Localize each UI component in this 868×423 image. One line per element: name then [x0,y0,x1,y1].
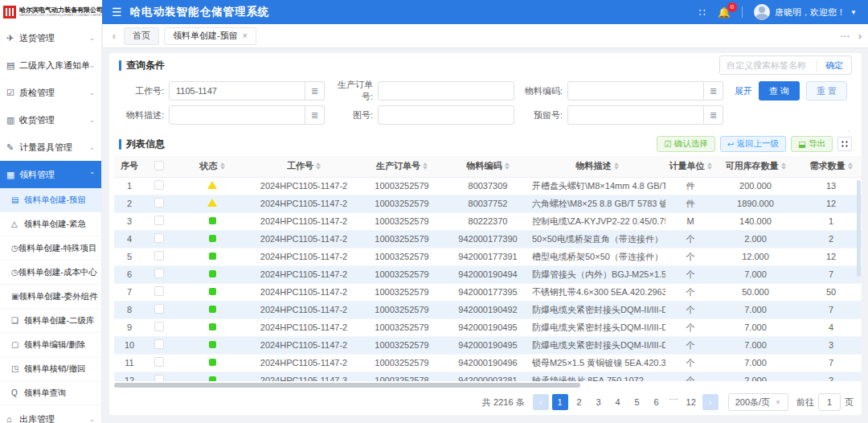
horizontal-scrollbar[interactable] [114,383,580,388]
row-checkbox[interactable] [154,375,164,381]
sort-icon[interactable] [614,162,619,170]
table-row[interactable]: 62024HPC1105-1147-2100032525799420001904… [114,265,862,283]
sort-icon[interactable] [220,162,225,170]
column-header[interactable]: 可用库存数量 [715,156,796,177]
search-button[interactable]: 查 询 [759,81,800,101]
sidebar-item[interactable]: ▦领料管理⌃ [0,161,101,188]
page-number[interactable]: 6 [649,394,665,410]
row-checkbox[interactable] [154,251,164,261]
sidebar-subitem[interactable]: ◳领料单核销/撤回 [0,357,101,381]
row-checkbox[interactable] [154,198,164,207]
table-row[interactable]: 72024HPC1105-1147-2100032525799420001773… [114,283,862,301]
vertical-scrollbar[interactable] [857,180,861,277]
table-row[interactable]: 92024HPC1105-1147-2100032525799420001904… [114,318,862,336]
page-size-select[interactable]: 200条/页 ▼ [728,393,788,411]
row-checkbox[interactable] [154,339,164,349]
table-row[interactable]: 112024HPC1105-1147-210003252579942000190… [114,354,862,372]
column-settings-button[interactable] [837,137,852,151]
back-level-button[interactable]: ↩返回上一级 [720,136,786,152]
page-number[interactable]: 1 [552,394,568,410]
column-header[interactable] [145,156,174,177]
sort-icon[interactable] [505,162,510,170]
row-checkbox[interactable] [154,180,164,190]
expand-link[interactable]: 展开 [735,85,752,97]
close-icon[interactable]: × [243,31,248,40]
sort-icon[interactable] [423,162,428,170]
prev-page-button[interactable]: ‹ [533,394,549,410]
row-checkbox[interactable] [154,357,164,367]
sidebar-item[interactable]: ✎计量器具管理⌄ [0,133,101,161]
table-row[interactable]: 52024HPC1105-1147-2100032525799420001773… [114,248,862,265]
tab-scroll-right-icon[interactable]: › [858,31,862,42]
sidebar-subitem[interactable]: ▤领料单创建-预留 [0,188,101,212]
column-header[interactable]: 计量单位 [665,156,715,177]
tab-more-icon[interactable]: ⋯ [840,31,850,42]
field-input[interactable] [378,105,514,125]
field-input[interactable] [567,81,704,101]
goto-page-input[interactable] [818,393,841,411]
page-number[interactable]: 12 [683,394,699,410]
column-header[interactable]: 物料编码 [447,156,529,177]
sidebar-subitem[interactable]: ◷领料单创建-特殊项目 [0,236,101,261]
table-row[interactable]: 102024HPC1105-1147-210003252579942000190… [114,336,862,354]
sidebar-item[interactable]: ☑质检管理⌄ [0,79,101,106]
sort-icon[interactable] [848,162,853,170]
column-header[interactable]: 需求数量 [796,156,862,177]
sort-icon[interactable] [316,162,321,170]
tag-confirm-button[interactable]: 确定 [817,60,851,72]
row-checkbox[interactable] [154,286,164,296]
sidebar-item[interactable]: ▥收货管理⌄ [0,106,101,133]
field-input[interactable] [567,105,704,125]
table-row[interactable]: 12024HPC1105-1147-21000325257980037309开槽… [114,177,862,195]
filter-icon[interactable]: ≣ [305,81,325,101]
confirm-select-button[interactable]: ☑确认选择 [657,136,714,152]
sort-icon[interactable] [707,162,712,170]
filter-icon[interactable]: ≣ [305,105,325,125]
sidebar-item[interactable]: ✈送货管理⌄ [0,24,101,51]
user-menu[interactable]: 唐晓明，欢迎您！ ▼ [754,4,857,20]
table-row[interactable]: 122024HPC1105-1147-310003252578942000003… [114,372,862,381]
sidebar-subitem[interactable]: Q领料单查询 [0,381,101,405]
table-row[interactable]: 82024HPC1105-1147-2100032525799420001904… [114,301,862,318]
custom-tag-name-input[interactable] [720,56,817,74]
page-number[interactable]: 2 [571,394,588,410]
row-checkbox[interactable] [154,304,164,314]
page-number[interactable]: 3 [591,394,607,410]
filter-icon[interactable]: ≣ [704,105,723,125]
table-row[interactable]: 22024HPC1105-1147-21000325257980037752六角… [114,195,862,212]
sidebar-item[interactable]: ⌂出库管理⌄ [0,405,101,423]
sort-icon[interactable] [781,162,786,170]
page-number[interactable]: 4 [610,394,626,410]
sidebar-item[interactable]: ▤二级库入库通知单⌄ [0,51,101,79]
row-checkbox[interactable] [154,216,164,225]
notification-bell[interactable]: 🔔 0 [718,6,731,18]
row-checkbox[interactable] [154,233,164,243]
field-input[interactable] [169,81,305,101]
export-button[interactable]: ⬓导出 [791,136,833,152]
fullscreen-icon[interactable]: ∷ [699,6,706,18]
page-number[interactable]: 5 [629,394,645,410]
sidebar-subitem[interactable]: ◷领料单创建-成本中心 [0,261,101,285]
tab-item[interactable]: 首页 [124,27,159,45]
sidebar-subitem[interactable]: ❏领料单创建-二级库 [0,309,101,333]
sidebar-subitem[interactable]: ▢领料单编辑/删除 [0,333,101,357]
filter-icon[interactable]: ≣ [704,81,723,101]
table-row[interactable]: 42024HPC1105-1147-2100032525799420001773… [114,230,862,248]
tab-active[interactable]: 领料单创建-预留× [164,27,256,45]
sidebar-subitem[interactable]: △领料单创建-紧急 [0,212,101,236]
select-all-checkbox[interactable] [154,161,164,170]
table-row[interactable]: 32024HPC1105-1147-21000325257980222370控制… [114,212,862,230]
column-header[interactable]: 状态 [174,156,251,177]
reset-button[interactable]: 重 置 [806,81,847,101]
sidebar-subitem[interactable]: ▣领料单创建-委外组件 [0,285,101,309]
sidebar-collapse-icon[interactable]: ☰ [112,6,122,18]
column-header[interactable]: 生产订单号 [357,156,447,177]
tab-scroll-left-icon[interactable]: ‹ [109,31,119,42]
field-input[interactable] [378,81,514,101]
row-checkbox[interactable] [154,269,164,278]
column-header[interactable]: 工作号 [251,156,357,177]
field-input[interactable] [169,105,305,125]
row-checkbox[interactable] [154,322,164,331]
next-page-button[interactable]: › [702,394,719,410]
column-header[interactable]: 物料描述 [529,156,665,177]
